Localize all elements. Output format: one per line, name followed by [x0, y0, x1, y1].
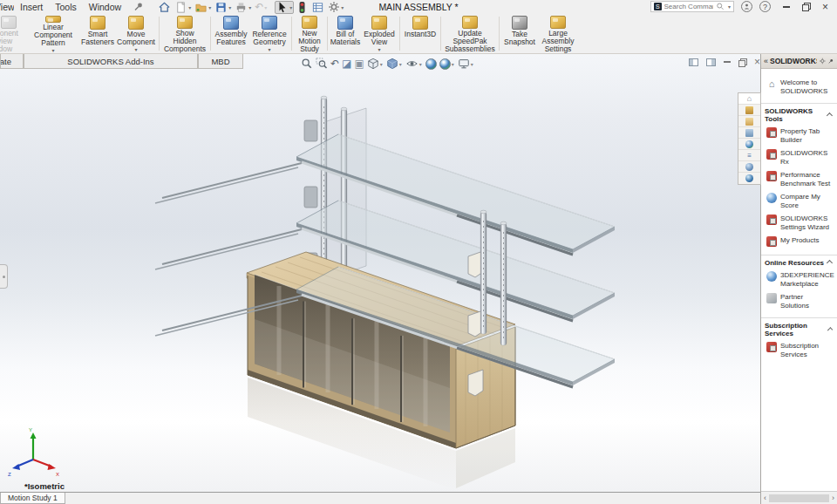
cm-large-assembly-settings[interactable]: Large Assembly Settings — [538, 14, 578, 53]
welcome-to-solidworks-link[interactable]: ⌂ Welcome to SOLIDWORKS — [761, 76, 837, 98]
dropdown-caret[interactable]: ▾ — [134, 47, 137, 52]
new-document-button[interactable]: ▾ — [174, 1, 192, 14]
search-icon[interactable] — [716, 2, 725, 11]
save-button[interactable]: ▾ — [214, 1, 232, 14]
display-style-button[interactable]: ▾ — [386, 58, 403, 70]
cm-linear-component-pattern[interactable]: Linear Component Pattern ▾ — [26, 14, 80, 53]
tab-marketplace[interactable] — [738, 173, 760, 184]
cm-update-speedpak[interactable]: Update SpeedPak Subassemblies — [443, 14, 497, 53]
search-scope-caret[interactable]: ▾ — [728, 3, 731, 10]
task-pane-scrollbar[interactable]: ‹ › — [761, 491, 837, 504]
section-solidworks-tools[interactable]: SOLIDWORKS Tools — [761, 103, 837, 125]
cm-bill-of-materials[interactable]: Bill of Materials — [330, 14, 361, 53]
task-pane-gear-icon[interactable] — [819, 57, 827, 65]
help-button[interactable]: ? — [759, 1, 771, 12]
scroll-left-arrow[interactable]: ‹ — [764, 494, 766, 502]
previous-view-button[interactable]: ↶ — [330, 58, 339, 70]
hide-show-items-button[interactable]: ▾ — [405, 58, 423, 70]
my-products-link[interactable]: My Products — [761, 234, 837, 249]
subscription-services-link[interactable]: Subscription Services — [761, 339, 837, 361]
performance-benchmark-link[interactable]: Performance Benchmark Test — [761, 168, 837, 190]
search-input[interactable] — [664, 3, 713, 10]
dropdown-caret[interactable]: ▾ — [378, 47, 380, 52]
collapse-chevrons[interactable]: « — [764, 57, 768, 65]
login-button[interactable] — [741, 1, 752, 12]
graphics-viewport[interactable]: Y X Z *Isometric — [0, 54, 760, 492]
tab-appearances[interactable] — [738, 139, 760, 150]
undo-button[interactable]: ↶ ▾ — [254, 1, 268, 14]
toolbar-separator — [291, 17, 292, 51]
pane-right-icon[interactable] — [706, 58, 716, 66]
pin-menu-icon[interactable] — [133, 1, 145, 13]
tab-solidworks-resources[interactable]: ⌂ — [738, 93, 760, 105]
collapse-chevron-icon[interactable] — [827, 260, 833, 266]
compare-my-score-link[interactable]: Compare My Score — [761, 190, 837, 212]
scroll-thumb[interactable] — [769, 494, 829, 502]
tab-design-library[interactable] — [738, 105, 760, 116]
menu-tools[interactable]: Tools — [49, 2, 83, 12]
pane-left-icon[interactable] — [689, 58, 698, 66]
doc-close-button[interactable]: × — [754, 58, 760, 66]
cm-smart-fasteners[interactable]: Smart Fasteners — [80, 14, 115, 53]
menu-insert[interactable]: Insert — [14, 2, 49, 12]
tab-motion-study-1[interactable]: Motion Study 1 — [0, 493, 65, 504]
view-settings-button[interactable]: ▾ — [458, 58, 474, 70]
restore-button[interactable] — [802, 3, 810, 10]
tab-evaluate[interactable]: Evaluate — [0, 54, 24, 69]
cm-instant3d[interactable]: Instant3D — [402, 14, 439, 53]
cm-reference-geometry[interactable]: Reference Geometry ▾ — [249, 14, 289, 53]
tab-mbd[interactable]: MBD — [198, 54, 243, 69]
menu-view[interactable]: View — [0, 2, 14, 12]
toolbar-separator — [159, 17, 160, 51]
select-tool-button[interactable]: ▾ — [275, 1, 294, 14]
featuremanager-splitter-handle[interactable] — [0, 264, 8, 289]
section-view-button[interactable]: ◪ — [342, 58, 351, 70]
close-button[interactable]: × — [822, 3, 828, 11]
cm-new-motion-study[interactable]: New Motion Study — [294, 14, 325, 53]
settings-wizard-link[interactable]: SOLIDWORKS Settings Wizard — [761, 212, 837, 234]
cm-take-snapshot[interactable]: Take Snapshot — [501, 14, 538, 53]
menu-window[interactable]: Window — [83, 2, 127, 12]
dropdown-caret[interactable]: ▾ — [268, 47, 270, 52]
doc-restore-button[interactable] — [738, 58, 746, 66]
display-style-icon — [386, 58, 398, 70]
search-commands-box[interactable]: S ▾ — [650, 1, 734, 12]
property-tab-builder-link[interactable]: Property Tab Builder — [761, 125, 837, 146]
command-manager: Component Preview Window Linear Componen… — [0, 14, 837, 54]
view-orientation-button[interactable]: ▾ — [367, 58, 384, 70]
marketplace-link[interactable]: 3DEXPERIENCE Marketplace — [761, 269, 837, 290]
doc-minimize-button[interactable] — [724, 61, 731, 63]
tab-view-palette[interactable] — [738, 127, 760, 139]
section-subscription-services[interactable]: Subscription Services — [761, 317, 837, 339]
open-button[interactable]: ▾ — [194, 1, 212, 14]
tab-solidworks-addins[interactable]: SOLIDWORKS Add-Ins — [24, 54, 198, 69]
task-pane-pin-icon[interactable] — [827, 58, 834, 65]
cm-show-hidden-components[interactable]: Show Hidden Components — [161, 14, 208, 53]
cm-move-component[interactable]: Move Component ▾ — [115, 14, 157, 53]
assembly-model[interactable]: Y X Z — [0, 54, 760, 492]
minimize-button[interactable] — [783, 6, 790, 8]
section-online-resources[interactable]: Online Resources — [761, 255, 837, 269]
print-button[interactable]: ▾ — [234, 1, 252, 14]
tab-file-explorer[interactable] — [738, 116, 760, 127]
cm-exploded-view[interactable]: Exploded View ▾ — [361, 14, 398, 53]
xpress-products-button[interactable] — [296, 1, 309, 14]
zoom-to-fit-button[interactable] — [301, 58, 313, 70]
tab-3dexperience[interactable] — [738, 161, 760, 173]
file-properties-button[interactable] — [310, 1, 325, 14]
options-button[interactable]: ▾ — [327, 1, 344, 14]
partner-solutions-link[interactable]: Partner Solutions — [761, 290, 837, 312]
task-pane-header[interactable]: « SOLIDWORKS R... — [761, 54, 837, 69]
3d-drawing-view-button[interactable]: ▣ — [354, 58, 364, 70]
scroll-right-arrow[interactable]: › — [832, 494, 834, 502]
zoom-to-area-button[interactable] — [316, 58, 328, 70]
solidworks-rx-link[interactable]: SOLIDWORKS Rx — [761, 146, 837, 168]
edit-appearance-button[interactable] — [425, 58, 437, 70]
apply-scene-button[interactable]: ▾ — [439, 58, 455, 70]
cm-assembly-features[interactable]: Assembly Features — [213, 14, 249, 53]
print-icon — [235, 1, 248, 14]
collapse-chevron-icon[interactable] — [827, 112, 833, 119]
home-button[interactable] — [157, 1, 172, 14]
tab-custom-properties[interactable]: ≡ — [738, 150, 760, 161]
dropdown-caret[interactable]: ▾ — [51, 48, 54, 53]
